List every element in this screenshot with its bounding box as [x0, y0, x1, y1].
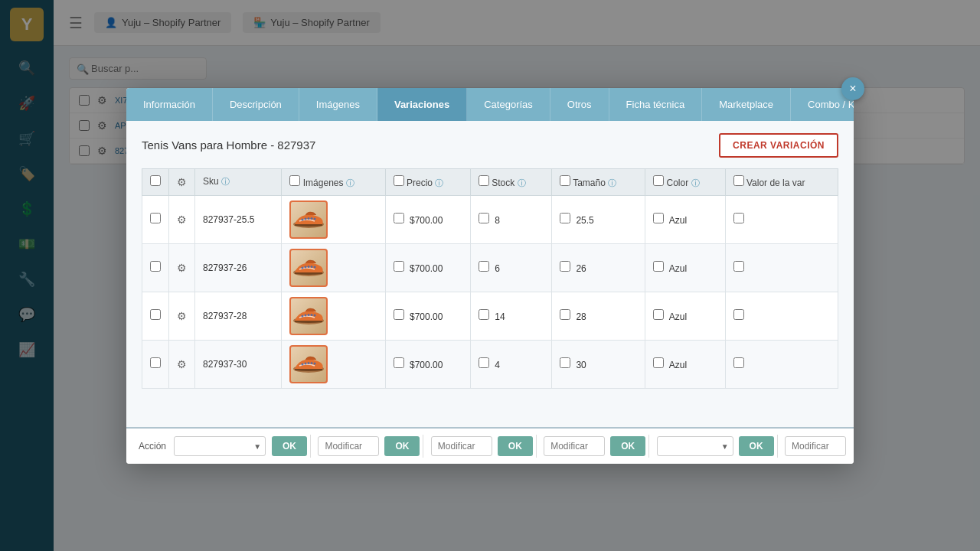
svg-point-4	[311, 217, 313, 220]
precio-action-input[interactable]	[318, 436, 379, 456]
tamano-ok-button[interactable]: OK	[610, 436, 645, 456]
row-3-precio-checkbox[interactable]	[394, 357, 404, 368]
th-stock-checkbox[interactable]	[479, 175, 489, 186]
row-1-tamano-checkbox[interactable]	[560, 261, 570, 272]
precio-ok-button[interactable]: OK	[384, 436, 420, 456]
row-1-checkbox-cell	[142, 243, 169, 292]
row-1-color-checkbox[interactable]	[653, 261, 664, 272]
tab-categorias[interactable]: Categorías	[467, 88, 550, 121]
row-2-valor-checkbox[interactable]	[733, 309, 744, 320]
row-2-checkbox[interactable]	[150, 309, 161, 320]
tab-marketplace[interactable]: Marketplace	[702, 88, 791, 121]
row-0-stock-checkbox[interactable]	[479, 213, 489, 223]
th-color-label: Color	[667, 178, 689, 188]
variations-table: ⚙ Sku ⓘ Imágenes ⓘ	[142, 168, 838, 389]
th-imagenes: Imágenes ⓘ	[282, 168, 385, 195]
row-2-precio: $700.00	[385, 292, 470, 340]
th-precio-checkbox[interactable]	[394, 175, 404, 186]
row-2-color-value: Azul	[669, 311, 687, 322]
tab-otros[interactable]: Otros	[550, 88, 609, 121]
row-1-precio-value: $700.00	[410, 263, 443, 274]
modal-close-button[interactable]: ×	[841, 77, 864, 100]
row-3-checkbox[interactable]	[150, 357, 161, 368]
row-0-valor-checkbox[interactable]	[733, 213, 744, 223]
tab-imagenes[interactable]: Imágenes	[299, 88, 377, 121]
accion-select[interactable]	[174, 436, 266, 456]
row-2-gear-icon[interactable]: ⚙	[177, 310, 187, 322]
precio-action-group: OK	[318, 436, 420, 456]
row-2-stock: 14	[470, 292, 551, 340]
svg-point-13	[302, 315, 304, 317]
svg-point-20	[305, 362, 307, 364]
th-valor-checkbox[interactable]	[733, 175, 744, 186]
row-2-precio-checkbox[interactable]	[394, 309, 404, 320]
stock-action-group: OK	[431, 436, 533, 456]
row-0-precio: $700.00	[385, 195, 470, 243]
table-row: ⚙ 827937-30	[142, 340, 838, 388]
tab-ficha-tecnica[interactable]: Ficha técnica	[609, 88, 703, 121]
modal-body: Tenis Vans para Hombre - 827937 CREAR VA…	[126, 121, 854, 427]
row-0-color-checkbox[interactable]	[653, 213, 664, 223]
svg-point-9	[308, 266, 310, 268]
row-0-precio-checkbox[interactable]	[394, 213, 404, 223]
select-all-checkbox[interactable]	[150, 175, 161, 186]
th-tamano-checkbox[interactable]	[560, 175, 570, 186]
stock-ok-button[interactable]: OK	[498, 436, 533, 456]
row-0-tamano-checkbox[interactable]	[560, 213, 570, 223]
th-stock: Stock ⓘ	[470, 168, 551, 195]
accion-ok-button[interactable]: OK	[272, 436, 307, 456]
row-3-stock-value: 4	[495, 360, 500, 370]
row-0-shoe-thumb	[289, 201, 328, 239]
svg-point-8	[305, 266, 307, 268]
th-tamano: Tamaño ⓘ	[552, 168, 645, 195]
row-3-stock-checkbox[interactable]	[479, 357, 489, 368]
row-1-precio-checkbox[interactable]	[394, 261, 404, 272]
header-gear-icon[interactable]: ⚙	[177, 176, 187, 188]
row-3-color-checkbox[interactable]	[653, 357, 664, 368]
row-1-checkbox[interactable]	[150, 261, 161, 272]
row-3-gear-icon[interactable]: ⚙	[177, 358, 187, 370]
row-3-valor-checkbox[interactable]	[733, 357, 744, 368]
color-ok-button[interactable]: OK	[739, 436, 774, 456]
color-action-group: Azul ▼ OK	[657, 436, 774, 456]
th-imagenes-label: Imágenes	[303, 178, 344, 188]
stock-action-input[interactable]	[431, 436, 492, 456]
row-2-shoe-thumb	[289, 297, 328, 335]
tab-informacion[interactable]: Información	[126, 88, 213, 121]
svg-point-3	[308, 217, 310, 220]
row-0-shoe-svg	[292, 208, 325, 231]
th-color-checkbox[interactable]	[653, 175, 664, 186]
row-3-precio: $700.00	[385, 340, 470, 388]
svg-point-23	[314, 362, 316, 364]
row-2-color-checkbox[interactable]	[653, 309, 664, 320]
th-imagenes-checkbox[interactable]	[289, 175, 300, 186]
svg-point-11	[314, 266, 316, 268]
row-0-color: Azul	[645, 195, 725, 243]
row-1-stock-checkbox[interactable]	[479, 261, 489, 272]
valor-action-input[interactable]	[785, 436, 846, 456]
row-0-precio-value: $700.00	[410, 215, 443, 226]
tamano-action-input[interactable]	[544, 436, 605, 456]
row-2-shoe-svg	[292, 305, 325, 328]
tab-descripcion[interactable]: Descripción	[213, 88, 299, 121]
row-2-stock-checkbox[interactable]	[479, 309, 489, 320]
row-3-shoe-svg	[292, 353, 325, 376]
row-1-image	[282, 243, 385, 292]
modal-wrapper: × Información Descripción Imágenes Varia…	[126, 88, 854, 464]
action-bar: Acción ▼ OK OK OK	[126, 427, 854, 464]
row-3-precio-value: $700.00	[410, 360, 443, 370]
row-0-gear-icon[interactable]: ⚙	[177, 214, 187, 226]
row-1-valor-checkbox[interactable]	[733, 261, 744, 272]
row-3-sku: 827937-30	[195, 340, 282, 388]
row-3-stock: 4	[470, 340, 551, 388]
row-3-gear-cell: ⚙	[169, 340, 195, 388]
row-1-gear-icon[interactable]: ⚙	[177, 262, 187, 274]
color-action-select[interactable]: Azul	[657, 436, 733, 456]
row-0-checkbox[interactable]	[150, 213, 161, 223]
tab-variaciones[interactable]: Variaciones	[377, 88, 467, 121]
row-3-tamano-checkbox[interactable]	[560, 357, 570, 368]
row-2-tamano-checkbox[interactable]	[560, 309, 570, 320]
svg-point-5	[314, 217, 316, 220]
svg-point-7	[302, 266, 304, 269]
crear-variacion-button[interactable]: CREAR VARIACIÓN	[719, 133, 838, 158]
